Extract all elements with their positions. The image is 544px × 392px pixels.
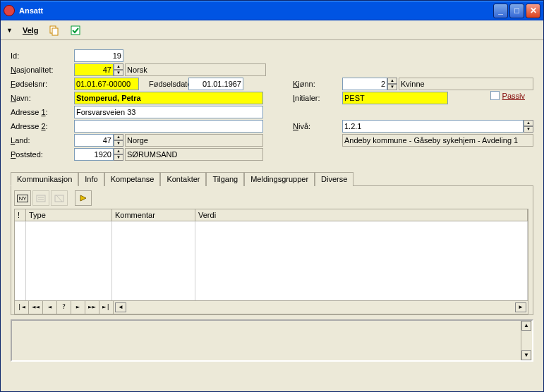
- initialer-field[interactable]: PEST: [342, 92, 448, 104]
- new-button[interactable]: NY: [14, 190, 31, 206]
- titlebar[interactable]: Ansatt _ □ ✕: [1, 1, 543, 20]
- scroll-right-icon[interactable]: ►: [515, 302, 526, 312]
- kjonn-text: Kvinne: [399, 78, 533, 90]
- land-spinner[interactable]: ▲▼: [114, 134, 123, 147]
- detail-vscroll[interactable]: ▲ ▼: [521, 321, 532, 360]
- tab-info[interactable]: Info: [78, 172, 104, 186]
- nav-forward[interactable]: ►: [71, 301, 85, 314]
- label-kjonn: Kjønn:: [293, 80, 342, 88]
- land-code-field[interactable]: 47: [74, 134, 114, 147]
- niva-spinner[interactable]: ▲▼: [524, 120, 533, 133]
- label-nasjonalitet: Nasjonalitet:: [11, 66, 74, 74]
- label-poststed: Poststed:: [11, 150, 74, 159]
- post-spinner[interactable]: ▲▼: [114, 148, 123, 161]
- adresse2-field[interactable]: [74, 120, 263, 133]
- content-area: Passiv Id: 19 Nasjonalitet: 47▲▼ Norsk F…: [1, 40, 543, 391]
- niva-path: Andeby kommune - Gåseby sykehjem - Avdel…: [342, 134, 533, 147]
- scroll-down-icon[interactable]: ▼: [521, 350, 531, 360]
- label-adresse2: Adresse 2:: [11, 122, 74, 130]
- passiv-checkbox-wrap[interactable]: Passiv: [490, 91, 525, 100]
- menu-toolbar: ▼ Velg: [1, 20, 543, 40]
- grid-col-type[interactable]: Type: [26, 209, 112, 221]
- svg-rect-2: [71, 26, 80, 35]
- post-code-field[interactable]: 1920: [74, 148, 114, 161]
- kjonn-spinner[interactable]: ▲▼: [387, 78, 397, 90]
- label-adresse1: Adresse 1:: [11, 108, 74, 116]
- svg-rect-1: [52, 28, 58, 35]
- detail-panel: ▲ ▼: [11, 319, 533, 362]
- svg-line-7: [56, 195, 62, 202]
- adresse1-field[interactable]: Forsvarsveien 33: [74, 106, 263, 118]
- minimize-button[interactable]: _: [493, 4, 508, 18]
- label-fodselsdato: Fødselsdato:: [139, 80, 188, 88]
- tab-diverse[interactable]: Diverse: [315, 172, 353, 186]
- passiv-label[interactable]: Passiv: [502, 92, 525, 100]
- tab-tilgang[interactable]: Tilgang: [206, 172, 244, 186]
- nav-first[interactable]: |◄: [15, 301, 29, 314]
- tab-meldingsgrupper[interactable]: Meldingsgrupper: [244, 172, 315, 186]
- land-text: Norge: [125, 134, 263, 147]
- scroll-up-icon[interactable]: ▲: [521, 321, 531, 331]
- nav-fastback[interactable]: ◄◄: [29, 301, 43, 314]
- comm-grid[interactable]: ! Type Kommentar Verdi: [14, 209, 528, 301]
- label-navn: Navn:: [11, 94, 74, 102]
- maximize-button[interactable]: □: [509, 4, 524, 18]
- label-fodselsnr: Fødselsnr:: [11, 80, 74, 88]
- delete-button[interactable]: [51, 190, 68, 206]
- tab-kompetanse[interactable]: Kompetanse: [104, 172, 161, 186]
- tab-kommunikasjon[interactable]: Kommunikasjon: [11, 172, 78, 186]
- navn-field[interactable]: Stomperud, Petra: [74, 92, 263, 104]
- label-land: Land:: [11, 136, 74, 145]
- label-id: Id:: [11, 51, 74, 60]
- niva-field[interactable]: 1.2.1: [342, 120, 524, 133]
- tab-kontakter[interactable]: Kontakter: [160, 172, 206, 186]
- id-field[interactable]: 19: [74, 49, 123, 62]
- grid-col-verdi[interactable]: Verdi: [195, 209, 528, 221]
- nasjonalitet-code-field[interactable]: 47: [74, 63, 114, 76]
- window-title: Ansatt: [19, 6, 493, 15]
- passiv-checkbox[interactable]: [490, 91, 500, 100]
- copy-icon[interactable]: [49, 25, 60, 36]
- edit-button[interactable]: [32, 190, 49, 206]
- nav-back[interactable]: ◄: [43, 301, 57, 314]
- label-initialer: Initialer:: [293, 94, 342, 102]
- menu-velg[interactable]: Velg: [23, 26, 39, 35]
- expand-icon[interactable]: ▼: [6, 27, 13, 34]
- kjonn-code-field[interactable]: 2: [342, 78, 387, 90]
- grid-hscroll[interactable]: ◄ ►: [114, 301, 528, 314]
- grid-col-bang[interactable]: !: [15, 209, 26, 221]
- fodselsnr-field[interactable]: 01.01.67-00000: [74, 78, 139, 90]
- grid-body[interactable]: [15, 221, 528, 300]
- tab-strip: Kommunikasjon Info Kompetanse Kontakter …: [11, 171, 533, 186]
- nasjonalitet-text: Norsk: [125, 63, 266, 76]
- nav-query[interactable]: ?: [57, 301, 71, 314]
- nasjonalitet-spinner[interactable]: ▲▼: [114, 63, 123, 76]
- tab-body: NY ! Type Kommentar Verdi: [11, 186, 533, 315]
- app-icon: [4, 5, 15, 16]
- post-text: SØRUMSAND: [125, 148, 263, 161]
- svg-rect-3: [37, 195, 45, 202]
- grid-col-kommentar[interactable]: Kommentar: [112, 209, 195, 221]
- fodselsdato-field[interactable]: 01.01.1967: [188, 78, 243, 90]
- close-button[interactable]: ✕: [526, 4, 540, 18]
- nav-fastforward[interactable]: ►►: [85, 301, 99, 314]
- employee-window: Ansatt _ □ ✕ ▼ Velg Passiv Id: 19: [0, 0, 544, 392]
- save-icon[interactable]: [70, 25, 81, 36]
- label-niva: Nivå:: [293, 122, 342, 130]
- play-button[interactable]: [75, 190, 92, 206]
- nav-last[interactable]: ►|: [99, 301, 114, 314]
- scroll-left-icon[interactable]: ◄: [115, 302, 126, 312]
- grid-navigator: |◄ ◄◄ ◄ ? ► ►► ►| ◄ ►: [14, 301, 528, 314]
